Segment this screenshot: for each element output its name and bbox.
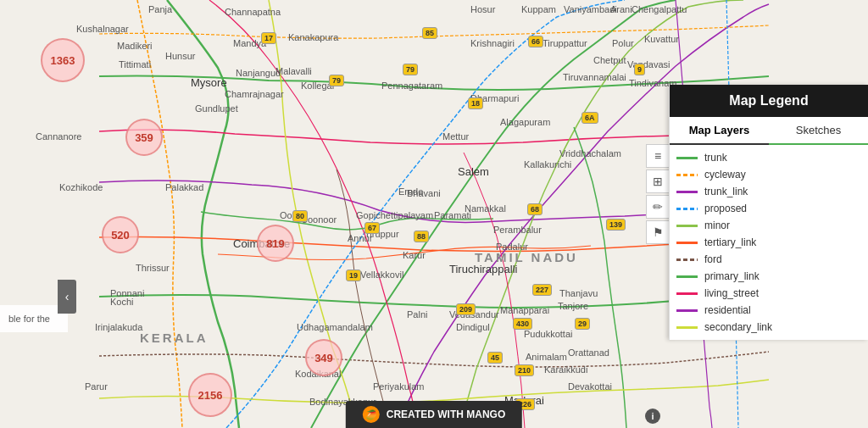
- legend-collapse-button[interactable]: ‹: [58, 280, 76, 314]
- road-shield: 139: [606, 219, 626, 231]
- cluster-c1[interactable]: 1363: [41, 38, 85, 82]
- legend-color-primary_link: [676, 275, 698, 278]
- legend-title: Map Legend: [729, 93, 808, 108]
- mango-banner: 🥭 CREATED WITH MANGO: [346, 401, 522, 428]
- legend-label-trunk: trunk: [704, 152, 727, 164]
- cluster-c3[interactable]: 520: [102, 216, 139, 253]
- tab-sketches[interactable]: Sketches: [769, 117, 868, 143]
- legend-label-ford: ford: [704, 253, 722, 265]
- mango-logo: 🥭: [363, 406, 380, 423]
- road-shield: 9: [634, 64, 645, 75]
- legend-label-primary_link: primary_link: [704, 270, 760, 282]
- legend-item-minor: minor: [676, 217, 861, 234]
- legend-label-proposed: proposed: [704, 203, 747, 214]
- legend-color-tertiary_link: [676, 242, 698, 244]
- road-shield: 18: [468, 97, 483, 109]
- road-shield: 210: [515, 364, 534, 376]
- chevron-left-icon: ‹: [65, 290, 70, 303]
- legend-header: Map Legend: [670, 85, 868, 117]
- grid-icon: ⊞: [653, 175, 663, 188]
- legend-tabs: Map Layers Sketches: [670, 117, 868, 145]
- road-shield: 17: [261, 32, 276, 44]
- legend-color-minor: [676, 225, 698, 227]
- layers-tool-button[interactable]: ≡: [646, 144, 670, 168]
- legend-label-tertiary_link: tertiary_link: [704, 236, 756, 248]
- tab-map-layers[interactable]: Map Layers: [670, 117, 769, 145]
- legend-color-residential: [676, 309, 698, 312]
- road-shield: 209: [456, 303, 476, 315]
- road-shield: 79: [403, 64, 418, 75]
- legend-color-secondary_link: [676, 326, 698, 329]
- legend-color-living_street: [676, 292, 698, 295]
- bookmark-icon: ⚑: [653, 225, 664, 239]
- bookmark-tool-button[interactable]: ⚑: [646, 220, 670, 244]
- road-shield: 66: [528, 36, 543, 47]
- legend-item-residential: residential: [676, 302, 861, 319]
- road-shield: 29: [575, 318, 590, 330]
- legend-item-cycleway: cycleway: [676, 166, 861, 183]
- road-shield: 80: [292, 210, 308, 222]
- road-shield: 430: [513, 318, 532, 330]
- cluster-c4[interactable]: 819: [257, 225, 294, 262]
- cluster-c6[interactable]: 2156: [188, 373, 232, 417]
- road-shield: 68: [527, 203, 542, 215]
- tab-map-layers-label: Map Layers: [689, 124, 750, 136]
- legend-label-trunk_link: trunk_link: [704, 186, 748, 197]
- legend-item-secondary_link: secondary_link: [676, 319, 861, 336]
- legend-label-secondary_link: secondary_link: [704, 321, 772, 333]
- layers-icon: ≡: [654, 149, 661, 163]
- road-shield: 45: [487, 352, 503, 364]
- map-container: MysoreSalemCoimbatoreTiruchirappalliTAMI…: [0, 0, 868, 428]
- tab-sketches-label: Sketches: [796, 124, 841, 136]
- legend-label-cycleway: cycleway: [704, 169, 746, 181]
- legend-color-trunk_link: [676, 191, 698, 193]
- legend-item-trunk: trunk: [676, 149, 861, 166]
- legend-label-minor: minor: [704, 220, 730, 231]
- legend-panel: Map Legend Map Layers Sketches trunkcycl…: [669, 85, 868, 340]
- legend-items: trunkcyclewaytrunk_linkproposedminortert…: [670, 145, 868, 340]
- road-shield: 227: [532, 284, 552, 296]
- legend-item-primary_link: primary_link: [676, 268, 861, 285]
- legend-color-ford: [676, 258, 698, 261]
- legend-item-trunk_link: trunk_link: [676, 183, 861, 200]
- road-shield: 79: [329, 75, 344, 86]
- cluster-c5[interactable]: 349: [305, 339, 342, 376]
- road-shield: 19: [346, 270, 361, 281]
- pencil-icon: ✏: [653, 200, 663, 214]
- legend-color-proposed: [676, 208, 698, 210]
- legend-item-ford: ford: [676, 251, 861, 268]
- legend-label-residential: residential: [704, 304, 751, 316]
- legend-item-proposed: proposed: [676, 200, 861, 217]
- legend-color-trunk: [676, 157, 698, 159]
- legend-item-tertiary_link: tertiary_link: [676, 234, 861, 251]
- left-panel-text: ble for the: [8, 314, 50, 324]
- legend-item-living_street: living_street: [676, 285, 861, 302]
- map-tools-sidebar: ≡ ⊞ ✏ ⚑: [646, 144, 670, 244]
- legend-color-cycleway: [676, 174, 698, 176]
- grid-tool-button[interactable]: ⊞: [646, 170, 670, 193]
- road-shield: 85: [422, 27, 437, 39]
- info-icon[interactable]: i: [645, 409, 660, 424]
- cluster-c2[interactable]: 359: [125, 119, 163, 156]
- road-shield: 6A: [581, 112, 598, 124]
- road-shield: 88: [414, 231, 429, 242]
- legend-label-living_street: living_street: [704, 287, 759, 299]
- pencil-tool-button[interactable]: ✏: [646, 195, 670, 219]
- road-shield: 67: [364, 222, 380, 234]
- mango-banner-text: CREATED WITH MANGO: [387, 409, 505, 420]
